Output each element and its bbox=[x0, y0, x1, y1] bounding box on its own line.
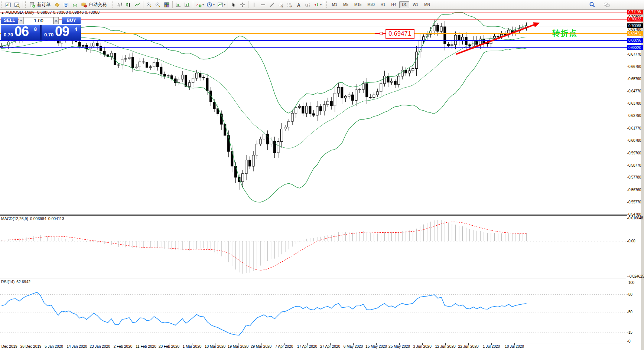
templates-button[interactable] bbox=[216, 1, 225, 9]
timeframe-H4[interactable]: H4 bbox=[389, 1, 399, 8]
zoom-in-button[interactable] bbox=[144, 1, 153, 9]
svg-text:A: A bbox=[297, 2, 300, 7]
window-edge bbox=[641, 9, 644, 350]
timeframe-group: M1M5M15M30H1H4D1W1MN bbox=[329, 0, 433, 9]
date-tick: 15 May 2020 bbox=[365, 344, 387, 349]
sell-price-sup: 8 bbox=[34, 26, 37, 32]
timeframe-M30[interactable]: M30 bbox=[365, 1, 377, 8]
auto-scroll-icon bbox=[175, 2, 181, 8]
buy-price-sup: 4 bbox=[75, 26, 77, 32]
collapse-panel-icon[interactable]: ▲ bbox=[1, 11, 4, 14]
timeframe-H1[interactable]: H1 bbox=[378, 1, 388, 8]
cursor-button[interactable] bbox=[229, 1, 238, 9]
vertical-line-button[interactable] bbox=[250, 1, 258, 9]
volume-decrease-button[interactable] bbox=[19, 17, 24, 24]
fibonacci-button[interactable]: F bbox=[285, 1, 294, 9]
date-tick: 19 Mar 2020 bbox=[228, 344, 248, 349]
price-tick: 0.65790 bbox=[628, 77, 644, 81]
sell-price-block[interactable]: 0.70 06 8 bbox=[1, 25, 40, 40]
symbol-period-label: AUDUSD, Daily bbox=[6, 10, 34, 14]
search-button[interactable] bbox=[588, 1, 596, 9]
date-tick: 14 Jan 2020 bbox=[66, 344, 87, 349]
date-tick: 17 Apr 2020 bbox=[297, 344, 317, 349]
ohlc-values: 0.69867 0.70368 0.69846 0.70068 bbox=[37, 10, 100, 14]
chevron-down-icon[interactable]: ▾ bbox=[224, 3, 225, 6]
chevron-down-icon[interactable]: ▾ bbox=[213, 3, 215, 6]
chevron-down-icon[interactable]: ▾ bbox=[202, 3, 204, 6]
price-tick: 0.64770 bbox=[628, 89, 644, 93]
new-order-label[interactable]: 新订单 bbox=[37, 1, 51, 8]
chart-window[interactable] bbox=[0, 9, 644, 350]
signals-button[interactable] bbox=[71, 1, 79, 9]
chat-button[interactable] bbox=[602, 1, 611, 9]
price-tick: 0.60780 bbox=[628, 138, 644, 143]
arrows-button[interactable] bbox=[312, 1, 321, 9]
text-button[interactable]: A bbox=[294, 1, 303, 9]
sell-button[interactable]: SELL bbox=[1, 17, 18, 24]
chart-shift-button[interactable] bbox=[183, 1, 192, 9]
timeframe-D1[interactable]: D1 bbox=[399, 1, 409, 8]
candles-chart-button[interactable] bbox=[124, 1, 133, 9]
svg-text:E: E bbox=[282, 5, 283, 7]
trendline-button[interactable] bbox=[267, 1, 276, 9]
volume-increase-button[interactable] bbox=[53, 17, 59, 24]
tile-windows-button[interactable] bbox=[162, 1, 171, 9]
periods-button[interactable] bbox=[205, 1, 214, 9]
new-order-button[interactable] bbox=[28, 1, 37, 9]
rsi-label: RSI(14)62.6942 bbox=[1, 279, 32, 284]
macd-tick: -0.024625 bbox=[628, 274, 644, 278]
date-tick: 12 Jun 2020 bbox=[435, 344, 455, 349]
add-indicator-button[interactable] bbox=[194, 1, 203, 9]
fibonacci-icon: F bbox=[287, 2, 293, 8]
rsi-tick: 100 bbox=[628, 281, 644, 285]
equidistant-channel-button[interactable]: E bbox=[276, 1, 285, 9]
date-tick: 7 Dec 2019 bbox=[0, 344, 17, 349]
virtual-hosting-button[interactable] bbox=[62, 1, 71, 9]
rsi-tick: 50 bbox=[628, 310, 644, 314]
triangle-up-icon bbox=[55, 20, 58, 22]
timeframe-W1[interactable]: W1 bbox=[410, 1, 421, 8]
line-chart-icon bbox=[134, 2, 140, 8]
candles-chart-icon bbox=[126, 2, 131, 8]
chart-preview-button[interactable] bbox=[13, 1, 22, 9]
crosshair-button[interactable] bbox=[238, 1, 247, 9]
macd-tick: 0.016048 bbox=[628, 216, 644, 220]
buy-price-block[interactable]: 0.70 09 4 bbox=[42, 25, 81, 40]
timeframe-M5[interactable]: M5 bbox=[341, 1, 351, 8]
vertical-line-icon bbox=[251, 2, 257, 8]
timeframe-MN[interactable]: MN bbox=[422, 1, 433, 8]
line-chart-button[interactable] bbox=[133, 1, 142, 9]
price-annotation-box: 0.69471 bbox=[386, 29, 414, 39]
equidistant-channel-icon: E bbox=[278, 2, 284, 8]
timeframe-M1[interactable]: M1 bbox=[329, 1, 340, 8]
auto-scroll-button[interactable] bbox=[174, 1, 183, 9]
price-tick: 0.59760 bbox=[628, 151, 644, 155]
algo-trading-button[interactable] bbox=[79, 1, 88, 9]
auto-trading-label[interactable]: 自动交易 bbox=[89, 1, 107, 8]
buy-button[interactable]: BUY bbox=[62, 17, 81, 24]
text-label-button[interactable]: T bbox=[303, 1, 312, 9]
price-tick: 0.56760 bbox=[628, 188, 644, 192]
sell-price-big: 06 bbox=[14, 24, 29, 39]
triangle-down-icon bbox=[20, 20, 23, 22]
date-tick: 20 Feb 2020 bbox=[159, 344, 179, 349]
rsi-tick: 80 bbox=[628, 292, 644, 297]
volume-input[interactable]: 1.00 bbox=[24, 17, 53, 24]
bars-chart-button[interactable] bbox=[115, 1, 124, 9]
zoom-out-button[interactable] bbox=[153, 1, 162, 9]
signals-icon bbox=[72, 2, 78, 8]
quotes-icon bbox=[54, 2, 60, 8]
horizontal-line-button[interactable] bbox=[258, 1, 267, 9]
chevron-down-icon[interactable]: ▾ bbox=[320, 3, 322, 6]
new-order-icon bbox=[29, 2, 35, 8]
timeframe-M15[interactable]: M15 bbox=[352, 1, 364, 8]
date-tick: 6 May 2020 bbox=[344, 344, 363, 349]
templates-icon bbox=[217, 2, 223, 8]
quotes-button[interactable] bbox=[53, 1, 62, 9]
rsi-tick: 0 bbox=[628, 339, 644, 343]
mt4-terminal: 新订单 自动交易 ▾ ▾ ▾ bbox=[0, 0, 644, 350]
charts-list-button[interactable] bbox=[4, 1, 13, 9]
horizontal-line-icon bbox=[260, 2, 266, 8]
price-level-label: 0.68320 bbox=[627, 45, 643, 50]
crosshair-icon bbox=[240, 2, 245, 8]
